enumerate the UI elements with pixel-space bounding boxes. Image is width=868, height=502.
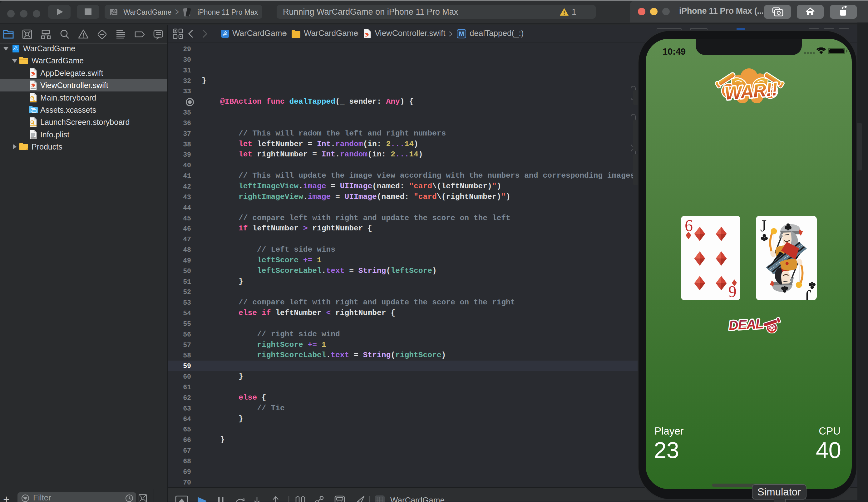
svg-text:6: 6 xyxy=(685,217,693,234)
svg-text:WAR!!: WAR!! xyxy=(724,79,778,104)
svg-text:WarCardGame: WarCardGame xyxy=(390,495,445,502)
svg-text:M: M xyxy=(459,30,464,37)
svg-text:6: 6 xyxy=(728,283,736,300)
svg-text:DEAL: DEAL xyxy=(728,316,764,333)
svg-text:J: J xyxy=(760,217,766,235)
svg-text:J: J xyxy=(805,287,811,300)
